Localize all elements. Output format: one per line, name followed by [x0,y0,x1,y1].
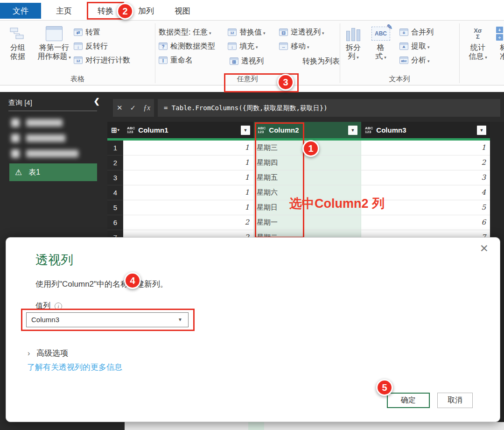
cell[interactable]: 1 [123,155,254,170]
tab-file[interactable]: 文件 [0,3,41,19]
group-by-label: 分组 [10,43,25,52]
ok-button[interactable]: 确定 [387,393,430,408]
row-number: 6 [107,215,123,230]
to-list-label: 转换为列表 [302,56,340,66]
cell[interactable]: 1 [123,170,254,185]
first-row-headers-button[interactable]: 将第一行 用作标题 [34,24,75,62]
cell[interactable]: 1 [123,200,254,215]
cell[interactable]: 1 [123,185,254,200]
fill-label: 填充 [239,42,258,51]
advanced-options-label: 高级选项 [36,349,68,358]
annotation-select-column2: 选中Column2 列 [289,195,385,212]
filter-dropdown-icon[interactable]: ▼ [477,126,486,135]
format-button[interactable]: ABC 格 式 [370,24,392,62]
cancel-formula-icon[interactable]: ✕ [117,104,123,112]
tab-add-column[interactable]: 加列 [135,3,165,19]
learn-more-link[interactable]: 了解有关透视列的更多信息 [27,362,122,373]
parse-button[interactable]: 分析 [399,54,430,66]
fx-icon[interactable]: ƒx [143,104,150,112]
row-number: 2 [107,155,123,170]
move-button[interactable]: 移动 [279,40,309,52]
statistics-label: 统计 [470,43,485,52]
collapse-pane-icon[interactable]: ❮ [94,97,100,106]
filter-dropdown-icon[interactable]: ▼ [348,126,357,135]
fill-button[interactable]: 填充 [228,40,258,52]
transpose-button[interactable]: 转置 [74,26,100,38]
data-type-button[interactable]: 数据类型: 任意 [159,26,211,38]
parse-label: 分析 [411,56,430,65]
query-item-selected[interactable]: ⚠ 表1 [9,163,97,181]
column-name: Column3 [376,126,406,134]
unpivot-button[interactable]: 逆透视列 [279,26,324,38]
advanced-options-toggle[interactable]: › 高级选项 [28,348,68,359]
extract-button[interactable]: 提取 [399,40,430,52]
standard-label: 标 [500,43,504,52]
table-icon: ⊞ [111,126,117,134]
group-by-icon [9,24,26,43]
table-header-row: ⊞▾ ABC123 Column1 ▼ ABC123 Column2 ▼ ABC… [107,122,504,138]
commit-formula-icon[interactable]: ✓ [130,104,136,112]
detect-type-icon [159,42,168,50]
table-group-label: 表格 [0,75,155,84]
count-rows-icon [74,56,83,64]
filter-dropdown-icon[interactable]: ▼ [241,126,250,135]
pivot-column-icon [230,57,238,65]
pivot-column-button[interactable]: 透视列 [230,55,264,67]
statistics-icon: ΧσΣ [474,28,482,40]
step-badge-5: 5 [376,379,393,396]
rename-label: 重命名 [170,56,193,65]
first-row-label: 将第一行 [39,43,69,52]
cell[interactable]: 6 [361,215,490,230]
data-type-abc123-icon: ABC123 [127,127,135,134]
query-item-blurred[interactable] [11,132,65,144]
merge-columns-icon [399,28,408,36]
group-separator [155,23,155,83]
cell[interactable]: 2 [361,155,490,170]
unpivot-icon [279,28,288,36]
fill-icon [228,42,237,50]
cell[interactable]: 1 [123,141,254,155]
dialog-title: 透视列 [35,252,73,268]
table-corner-menu[interactable]: ⊞▾ [107,122,123,138]
reverse-rows-label: 反转行 [85,42,108,51]
ribbon-tab-bar: 文件 主页 转换 加列 视图 [0,0,504,21]
close-icon[interactable]: ✕ [480,242,489,255]
standard-button[interactable]: +−÷× 标 准 [493,24,504,61]
column-header-column3[interactable]: ABC123 Column3 ▼ [361,122,490,138]
replace-values-button[interactable]: 替换值 [228,26,266,38]
cell[interactable]: 2 [123,215,254,230]
statistics-button[interactable]: ΧσΣ 统计 信息 [465,24,491,62]
formula-input[interactable]: = Table.FromColumns({周数,获取星期数,获取日}) [158,99,500,117]
group-by-button[interactable]: 分组 依据 [3,24,33,61]
step-badge-3: 3 [277,74,294,91]
column-header-column1[interactable]: ABC123 Column1 ▼ [123,122,254,138]
split-column-icon [345,26,361,41]
step-badge-1: 1 [302,140,319,157]
table-icon [46,26,63,41]
row-number: 5 [107,200,123,215]
detect-type-label: 检测数据类型 [170,42,215,51]
row-number: 1 [107,141,123,155]
tab-home[interactable]: 主页 [47,3,81,19]
warning-icon: ⚠ [15,168,22,177]
standard-icon: +−÷× [496,27,504,41]
query-item-blurred[interactable] [11,148,78,160]
to-list-button[interactable]: 转换为列表 [302,55,340,67]
cancel-button[interactable]: 取消 [437,393,473,408]
query-item-blurred[interactable] [11,117,63,129]
merge-columns-button[interactable]: 合并列 [399,26,434,38]
cell[interactable]: 1 [361,141,490,155]
transpose-label: 转置 [85,28,100,37]
tab-view[interactable]: 视图 [167,3,198,19]
rename-button[interactable]: 重命名 [159,54,193,66]
detect-type-button[interactable]: 检测数据类型 [159,40,215,52]
reverse-rows-button[interactable]: 反转行 [74,40,108,52]
reverse-rows-icon [74,42,83,50]
extract-icon [399,42,408,50]
count-rows-button[interactable]: 对行进行计数 [74,54,130,66]
split-column-button[interactable]: 拆分 列 [343,24,364,62]
format-label2: 式 [375,52,386,62]
move-icon [279,42,288,50]
chevron-right-icon: › [28,349,30,357]
cell[interactable]: 3 [361,170,490,185]
